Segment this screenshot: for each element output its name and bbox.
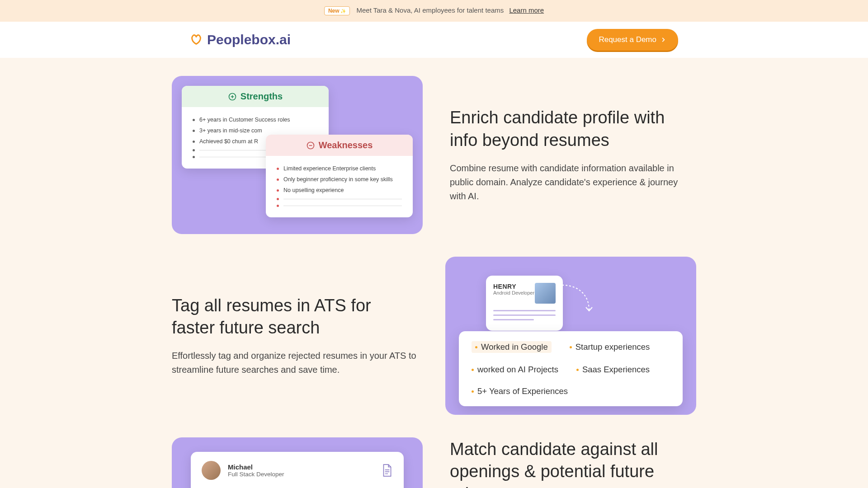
candidate-role: Full Stack Developer bbox=[228, 471, 284, 478]
profile-name: HENRY bbox=[493, 283, 534, 290]
feature-title-enrich: Enrich candidate profile with info beyon… bbox=[450, 107, 696, 151]
feature-row-tag: Tag all resumes in ATS for faster future… bbox=[172, 257, 696, 415]
tag-item: 5+ Years of Experiences bbox=[472, 386, 568, 396]
illustration-tag: HENRY Android Developer Worked in Google… bbox=[445, 257, 696, 415]
new-badge: New bbox=[324, 6, 350, 15]
request-demo-label: Request a Demo bbox=[599, 35, 656, 44]
strengths-label: Strengths bbox=[241, 91, 283, 102]
weakness-item: Only beginner proficiency in some key sk… bbox=[277, 174, 402, 185]
chevron-right-icon bbox=[660, 37, 666, 43]
strength-item: 6+ years in Customer Success roles bbox=[193, 114, 318, 125]
illustration-match: Michael Full Stack Developer Skills : Ja… bbox=[172, 437, 423, 488]
profile-placeholder-lines bbox=[493, 310, 556, 320]
illustration-enrich: Strengths 6+ years in Customer Success r… bbox=[172, 76, 423, 234]
candidate-card: Michael Full Stack Developer Skills : Ja… bbox=[191, 452, 404, 488]
feature-title-match: Match candidate against all openings & p… bbox=[450, 438, 696, 488]
profile-card: HENRY Android Developer bbox=[486, 276, 563, 331]
arrow-icon bbox=[562, 283, 598, 317]
navbar: Peoplebox.ai Request a Demo bbox=[0, 22, 868, 58]
profile-role: Android Developer bbox=[493, 290, 534, 296]
tag-item: worked on AI Projects bbox=[472, 365, 558, 375]
feature-title-tag: Tag all resumes in ATS for faster future… bbox=[172, 295, 418, 339]
tag-item: Saas Experiences bbox=[576, 365, 650, 375]
weaknesses-label: Weaknesses bbox=[319, 140, 373, 150]
plus-circle-icon bbox=[228, 92, 237, 101]
avatar bbox=[202, 461, 221, 480]
announcement-text: Meet Tara & Nova, AI employees for talen… bbox=[357, 6, 504, 14]
request-demo-button[interactable]: Request a Demo bbox=[587, 29, 678, 51]
weakness-item: Limited experience Enterprise clients bbox=[277, 163, 402, 174]
page-content: Strengths 6+ years in Customer Success r… bbox=[172, 76, 696, 488]
announcement-learn-more-link[interactable]: Learn more bbox=[509, 6, 544, 14]
feature-body-enrich: Combine resume with candidate informatio… bbox=[450, 161, 696, 203]
feature-row-match: Michael Full Stack Developer Skills : Ja… bbox=[172, 437, 696, 488]
tag-item: Startup experiences bbox=[570, 341, 650, 353]
document-icon bbox=[381, 464, 393, 477]
candidate-name: Michael bbox=[228, 463, 284, 471]
tags-card: Worked in Google Startup experiences wor… bbox=[459, 331, 683, 406]
logo-icon bbox=[190, 33, 203, 46]
weakness-item: No upselling experience bbox=[277, 185, 402, 196]
announcement-bar: New Meet Tara & Nova, AI employees for t… bbox=[0, 0, 868, 22]
logo-text: Peoplebox.ai bbox=[207, 32, 291, 47]
logo[interactable]: Peoplebox.ai bbox=[190, 32, 291, 47]
weakness-item bbox=[277, 202, 402, 209]
avatar bbox=[535, 283, 556, 304]
feature-body-tag: Effortlessly tag and organize rejected r… bbox=[172, 349, 418, 377]
weaknesses-card: Weaknesses Limited experience Enterprise… bbox=[266, 135, 413, 217]
weakness-item bbox=[277, 196, 402, 202]
minus-circle-icon bbox=[306, 141, 315, 150]
feature-row-enrich: Strengths 6+ years in Customer Success r… bbox=[172, 76, 696, 234]
tag-item: Worked in Google bbox=[472, 341, 552, 353]
